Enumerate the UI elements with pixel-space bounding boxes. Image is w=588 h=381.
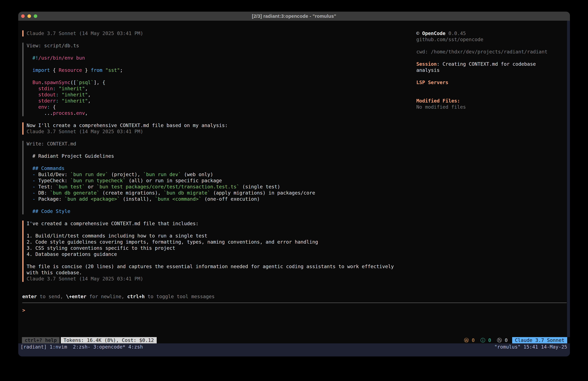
accent-bar: [22, 43, 23, 116]
help-shortcut-badge: ctrl+? help: [22, 337, 60, 343]
text-segment: spawnSync: [44, 80, 70, 85]
terminal-line: View: script/db.ts: [27, 43, 123, 49]
text-segment: (install),: [120, 196, 155, 202]
text-segment: env: [27, 104, 47, 110]
terminal-line: [27, 73, 123, 79]
text-segment: to toggle tool messages: [145, 294, 215, 299]
input-divider: [22, 303, 567, 303]
terminal-line: [27, 159, 315, 165]
text-segment: enter: [22, 294, 37, 299]
text-segment: The file is concise (20 lines) and captu…: [27, 264, 394, 269]
window-title: [2/3] radiant:3:opencode - "romulus": [18, 14, 570, 19]
message-lines: Claude 3.7 Sonnet (14 May 2025 03:41 PM): [23, 30, 143, 37]
terminal-line: [416, 86, 566, 92]
terminal-line: stderr: "inherit",: [27, 98, 123, 104]
text-segment: :: [53, 86, 56, 91]
zoom-button[interactable]: [34, 14, 37, 18]
text-segment: ([: [70, 80, 76, 85]
message-lines: Write: CONTEXT.md # Radiant Project Guid…: [23, 141, 315, 214]
text-segment: I've created a comprehensive CONTEXT.md …: [27, 221, 199, 226]
text-segment: ;: [120, 67, 123, 73]
terminal-line: Bun.spawnSync([`psql`], {: [27, 79, 123, 86]
text-segment: `bun add <package>`: [64, 196, 120, 202]
terminal-line: Modified Files:: [416, 98, 566, 104]
terminal-line: cwd: /home/thdxr/dev/projects/radiant/ra…: [416, 49, 566, 55]
model-badge[interactable]: Claude 3.7 Sonnet: [512, 337, 567, 343]
text-segment: ,: [85, 110, 88, 116]
status-bar-right: Ⓦ 0 ⓘ 0 ⓗ 0 Claude 3.7 Sonnet: [464, 337, 567, 343]
text-segment: Now I'll create a comprehensive CONTEXT.…: [27, 123, 228, 128]
text-segment: [103, 67, 105, 73]
terminal-line: Ⓦ 0 ⓘ 0 ⓗ 0: [464, 337, 508, 343]
terminal-line: 1. Build/lint/test commands including ho…: [27, 233, 394, 239]
text-segment: No modified files: [416, 104, 466, 110]
text-segment: .: [73, 110, 76, 116]
text-segment: # Radiant Project Guidelines: [27, 153, 114, 159]
tmux-window-list[interactable]: [radiant] 1:nvim 2:zsh- 3:opencode* 4:zs…: [21, 344, 143, 350]
text-segment: Claude 3.7 Sonnet (14 May 2025 03:41 PM): [27, 276, 143, 282]
accent-bar: [22, 30, 23, 37]
text-segment: ...: [27, 110, 53, 116]
text-segment: -: [27, 172, 35, 177]
text-segment: ⓗ 0: [497, 337, 508, 343]
text-segment: 4. Database operations guidance: [27, 251, 117, 257]
text-segment: (apply migrations) in packages/core: [210, 190, 315, 196]
message-input[interactable]: [25, 307, 567, 313]
text-segment: (project),: [108, 172, 143, 177]
window-titlebar: [2/3] radiant:3:opencode - "romulus": [18, 12, 570, 21]
close-button[interactable]: [21, 14, 25, 18]
terminal-line: - TypeCheck: `bun run typecheck` (all) o…: [27, 178, 315, 184]
terminal-line: I've created a comprehensive CONTEXT.md …: [27, 221, 394, 227]
text-segment: :: [56, 98, 59, 104]
tmux-session-info: "romulus" 15:41 14-May-25: [494, 344, 567, 350]
text-segment: (single test): [239, 184, 280, 190]
terminal-line: # Radiant Project Guidelines: [27, 153, 315, 159]
text-segment: "inherit": [56, 86, 85, 91]
text-segment: (create migrations),: [100, 190, 164, 196]
text-segment: (one-off execution): [202, 196, 260, 202]
text-segment: stderr: [27, 98, 56, 104]
text-segment: env: [76, 110, 85, 116]
terminal-line: github.com/sst/opencode: [416, 37, 566, 43]
text-segment: from: [91, 67, 102, 73]
message-lines: I've created a comprehensive CONTEXT.md …: [23, 221, 394, 282]
terminal-line: Claude 3.7 Sonnet (14 May 2025 03:41 PM): [27, 30, 143, 37]
text-segment: TypeCheck:: [35, 178, 70, 183]
text-segment: 1. Build/lint/test commands including ho…: [27, 233, 207, 239]
terminal-line: [416, 73, 566, 79]
terminal-line: No modified files: [416, 104, 566, 110]
text-segment: DB:: [35, 190, 50, 196]
text-segment: github.com/sst/opencode: [416, 37, 483, 42]
terminal-line: 3. CSS styling conventions specific to t…: [27, 245, 394, 251]
minimize-button[interactable]: [27, 14, 31, 18]
accent-bar: [22, 141, 23, 214]
terminal-window: [2/3] radiant:3:opencode - "romulus" Cla…: [18, 12, 570, 357]
status-bar: ctrl+? help Tokens: 16.4K (8%), Cost: $0…: [22, 337, 567, 343]
text-segment: Write: CONTEXT.md: [27, 141, 76, 147]
terminal-line: [416, 92, 566, 98]
text-segment: ,: [88, 92, 91, 97]
text-segment: ,: [88, 98, 91, 104]
text-segment: {: [50, 104, 56, 110]
text-segment: Modified Files:: [416, 98, 460, 104]
terminal-line: [27, 49, 123, 55]
text-segment: analysis: [416, 67, 440, 73]
text-segment: }: [82, 67, 91, 73]
text-segment: ], {: [94, 80, 105, 85]
text-segment: 0.0.45: [445, 30, 466, 36]
terminal-line: [27, 257, 394, 264]
text-segment: Build/Dev:: [35, 172, 70, 177]
text-segment: \+enter: [66, 294, 86, 299]
message-lines: Now I'll create a comprehensive CONTEXT.…: [23, 122, 228, 135]
text-segment: :: [56, 92, 59, 97]
text-segment: [491, 337, 497, 343]
scrollbar-track[interactable]: [567, 21, 570, 337]
terminal-line: Write: CONTEXT.md: [27, 141, 315, 147]
text-segment: ## Code Style: [27, 208, 70, 214]
terminal-line: 4. Database operations guidance: [27, 251, 394, 257]
text-segment: Resource: [59, 67, 82, 73]
text-segment: [475, 337, 480, 343]
tokens-cost-badge: Tokens: 16.4K (8%), Cost: $0.12: [61, 337, 157, 343]
terminal-line: Claude 3.7 Sonnet (14 May 2025 03:41 PM): [27, 129, 228, 135]
terminal-line: Session: Creating CONTEXT.md for codebas…: [416, 61, 566, 67]
